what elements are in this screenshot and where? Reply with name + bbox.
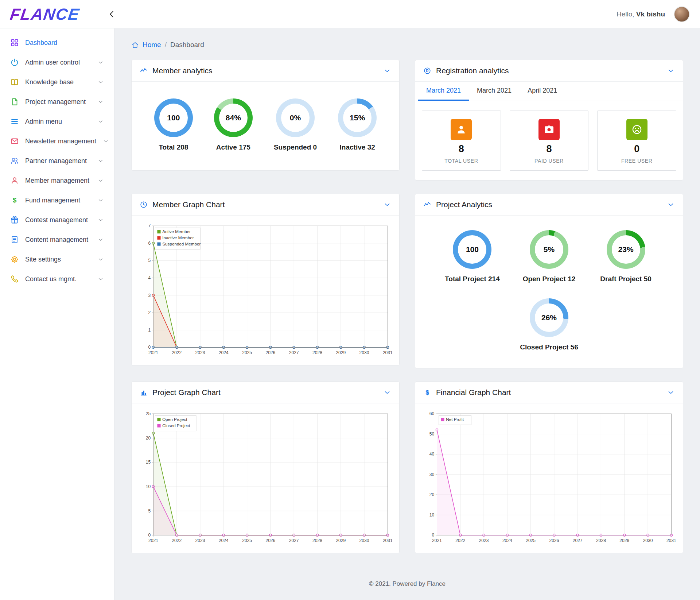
- app-logo: FLANCE: [9, 5, 103, 23]
- svg-text:2024: 2024: [219, 350, 229, 355]
- donut-label: Active 175: [216, 143, 250, 151]
- pulse-icon: [140, 67, 148, 75]
- sidebar-item-admin-user-control[interactable]: Admin user control: [0, 53, 114, 72]
- chevron-down-icon: [383, 67, 391, 75]
- sidebar: Dashboard Admin user control Knowledge b…: [0, 28, 114, 600]
- svg-text:2030: 2030: [359, 350, 369, 355]
- main-content: Home / Dashboard Member analytics 1: [114, 28, 700, 600]
- stat-label: TOTAL USER: [444, 158, 478, 164]
- tab-march-2021-a[interactable]: March 2021: [418, 82, 469, 101]
- svg-text:2021: 2021: [148, 350, 158, 355]
- sidebar-item-project-management[interactable]: Project management: [0, 92, 114, 112]
- member-graph-collapse-button[interactable]: [383, 201, 391, 209]
- chevron-down-icon: [667, 67, 675, 75]
- sidebar-item-newsletter-management[interactable]: Newsletter management: [0, 131, 114, 151]
- users-icon: [10, 156, 19, 165]
- svg-text:40: 40: [429, 452, 435, 457]
- avatar[interactable]: [674, 6, 690, 22]
- donut-value: 5%: [544, 245, 555, 254]
- donut-value: 84%: [226, 113, 241, 122]
- svg-text:2021: 2021: [148, 538, 158, 543]
- svg-text:7: 7: [148, 223, 151, 228]
- camera-icon: [543, 124, 555, 135]
- donut-ring: 100: [154, 98, 193, 137]
- svg-text:50: 50: [429, 431, 435, 437]
- svg-text:2025: 2025: [242, 350, 252, 355]
- sad-face-icon: [631, 124, 643, 135]
- chevron-down-icon: [97, 236, 104, 243]
- sidebar-collapse-button[interactable]: [106, 8, 118, 20]
- chevron-down-icon: [97, 217, 104, 223]
- tab-march-2021-b[interactable]: March 2021: [469, 82, 520, 101]
- breadcrumb-current: Dashboard: [170, 41, 204, 49]
- chevron-down-icon: [383, 388, 391, 396]
- chevron-down-icon: [97, 276, 104, 282]
- financial-graph-collapse-button[interactable]: [667, 388, 675, 396]
- stat-icon-box: [538, 119, 560, 140]
- project-analytics-collapse-button[interactable]: [667, 201, 675, 209]
- svg-text:2022: 2022: [172, 538, 182, 543]
- member-analytics-collapse-button[interactable]: [383, 67, 391, 75]
- svg-text:30: 30: [429, 472, 435, 477]
- user-icon: [10, 176, 19, 185]
- stat-icon-box: [451, 119, 472, 140]
- sidebar-item-dashboard[interactable]: Dashboard: [0, 33, 114, 53]
- svg-text:2028: 2028: [312, 538, 322, 543]
- sidebar-item-label: Knowledge base: [25, 78, 91, 86]
- registration-analytics-collapse-button[interactable]: [667, 67, 675, 75]
- svg-text:60: 60: [429, 411, 435, 416]
- svg-text:2028: 2028: [312, 350, 322, 355]
- svg-text:2026: 2026: [549, 538, 559, 543]
- donut-ring: 23%: [607, 230, 645, 269]
- footer-text: © 2021. Powered by Flance: [131, 569, 683, 594]
- stat-icon-box: [626, 119, 648, 140]
- chevron-down-icon: [97, 256, 104, 263]
- svg-text:2031: 2031: [383, 350, 392, 355]
- menu-icon: [10, 117, 19, 126]
- stat-total-user: 8 TOTAL USER: [422, 111, 501, 171]
- sidebar-item-label: Site settings: [25, 256, 91, 263]
- svg-text:Closed Project: Closed Project: [162, 423, 190, 428]
- tab-april-2021[interactable]: April 2021: [520, 82, 565, 101]
- sidebar-item-contest-management[interactable]: Contest management: [0, 210, 114, 230]
- sidebar-item-contact-us-mgmt[interactable]: Contact us mgmt.: [0, 269, 114, 289]
- username: Vk bishu: [636, 10, 665, 18]
- svg-text:2024: 2024: [219, 538, 229, 543]
- svg-text:25: 25: [146, 411, 151, 416]
- svg-text:Active Member: Active Member: [162, 229, 191, 234]
- donut-ring: 5%: [530, 230, 568, 269]
- svg-text:1: 1: [148, 328, 151, 333]
- svg-text:2027: 2027: [289, 350, 299, 355]
- card-title: Member analytics: [152, 66, 378, 75]
- sidebar-item-knowledge-base[interactable]: Knowledge base: [0, 72, 114, 92]
- sidebar-item-member-management[interactable]: Member management: [0, 171, 114, 190]
- card-header: Project Graph Chart: [132, 382, 399, 403]
- sidebar-item-site-settings[interactable]: Site settings: [0, 249, 114, 269]
- sidebar-item-partner-management[interactable]: Partner management: [0, 151, 114, 171]
- svg-text:3: 3: [148, 293, 151, 298]
- donut-value: 26%: [541, 313, 557, 322]
- project-graph-card: Project Graph Chart 20212022202320242025…: [131, 382, 400, 553]
- sidebar-item-fund-management[interactable]: $ Fund management: [0, 190, 114, 210]
- sidebar-item-label: Fund management: [25, 197, 91, 204]
- sidebar-item-content-management[interactable]: Content management: [0, 230, 114, 249]
- donut-label: Draft Project 50: [600, 275, 651, 283]
- svg-text:2030: 2030: [643, 538, 653, 543]
- svg-text:Open Project: Open Project: [162, 417, 187, 422]
- breadcrumb-home-link[interactable]: Home: [143, 41, 161, 49]
- donut-open-projects: 5% Open Project 12: [511, 230, 588, 283]
- project-graph-collapse-button[interactable]: [383, 388, 391, 396]
- dollar-icon: $: [423, 388, 431, 396]
- phone-icon: [10, 275, 19, 283]
- svg-text:2: 2: [148, 310, 151, 315]
- donut-ring: 26%: [530, 298, 568, 337]
- stat-label: FREE USER: [621, 158, 653, 164]
- donut-label: Total Project 214: [445, 275, 500, 283]
- sidebar-item-label: Admin user control: [25, 59, 91, 66]
- sidebar-item-admin-menu[interactable]: Admin menu: [0, 112, 114, 131]
- chevron-down-icon: [667, 388, 675, 396]
- bar-chart-icon: [140, 388, 148, 396]
- registration-analytics-card: R Registration analytics March 2021 Marc…: [415, 60, 683, 181]
- greeting-prefix: Hello,: [617, 10, 634, 18]
- chevron-down-icon: [97, 118, 104, 125]
